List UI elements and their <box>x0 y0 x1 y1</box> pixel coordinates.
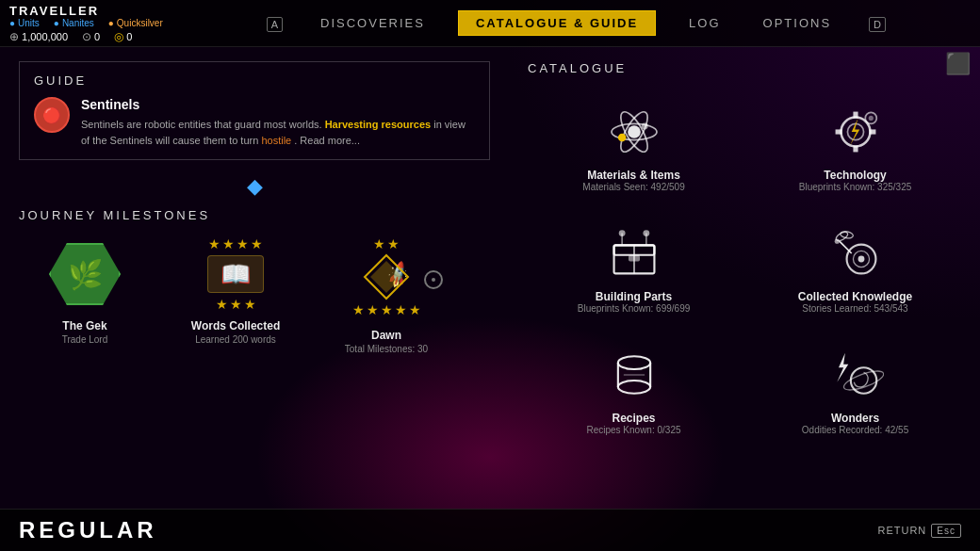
technology-label: Technology <box>824 169 886 182</box>
svg-point-35 <box>617 381 649 394</box>
dawn-icon-wrap: ★ ★ ★ ★ <box>339 236 433 321</box>
tab-options[interactable]: OPTIONS <box>754 11 841 35</box>
star-2: ★ <box>222 236 235 251</box>
sentinel-icon: 🔴 <box>42 106 61 124</box>
book-icon: 📖 <box>220 260 251 289</box>
svg-point-40 <box>841 367 884 394</box>
tab-discoveries[interactable]: DISCOVERIES <box>311 11 434 35</box>
building-parts-label: Building Parts <box>596 290 672 303</box>
svg-point-7 <box>641 123 647 130</box>
dawn-stars-top: ★ ★ <box>373 236 400 251</box>
milestone-item-words[interactable]: ★ ★ ★ ★ 📖 ★ ★ ★ <box>170 236 302 354</box>
header: TRAVELLER ● Units ● Nanites ● Quicksilve… <box>0 0 980 47</box>
svg-rect-10 <box>853 112 858 119</box>
words-sublabel: Learned 200 words <box>195 334 276 345</box>
building-parts-svg <box>606 225 662 282</box>
nav-right-arrow[interactable]: D <box>864 16 890 31</box>
position-marker: ◆ <box>19 174 490 199</box>
wonders-label: Wonders <box>831 412 879 425</box>
materials-svg <box>606 104 662 160</box>
svg-rect-11 <box>853 146 858 153</box>
dawn-icon-bg <box>361 253 413 300</box>
materials-label: Materials & Items <box>587 169 680 182</box>
svg-rect-12 <box>835 129 841 134</box>
tab-log[interactable]: LOG <box>679 11 729 35</box>
cube-icon: ⬛ <box>945 52 971 75</box>
nanites-value: ⊙ 0 <box>82 30 100 43</box>
svg-rect-13 <box>869 129 875 134</box>
gek-hex-icon: 🌿 <box>68 258 103 291</box>
guide-title: GUIDE <box>34 73 475 88</box>
star-1: ★ <box>208 236 220 251</box>
milestone-item-gek[interactable]: 🌿 The Gek Trade Lord <box>19 236 151 354</box>
materials-sublabel: Materials Seen: 492/509 <box>582 182 684 192</box>
svg-point-16 <box>868 116 873 121</box>
dawn-star-6: ★ <box>395 302 407 317</box>
dawn-star-4: ★ <box>367 302 379 317</box>
milestones-title: JOURNEY MILESTONES <box>19 208 490 222</box>
nav-left-arrow[interactable]: A <box>262 16 287 31</box>
svg-marker-14 <box>850 118 859 145</box>
svg-point-6 <box>617 134 626 142</box>
dawn-container: ★ ★ ★ ★ <box>339 236 433 321</box>
traveller-stats: TRAVELLER ● Units ● Nanites ● Quicksilve… <box>0 1 172 46</box>
knowledge-svg <box>827 225 884 282</box>
cat-materials-items[interactable]: Materials & Items Materials Seen: 492/50… <box>528 89 740 202</box>
words-label: Words Collected <box>191 319 280 332</box>
svg-point-2 <box>628 125 641 138</box>
milestones-grid: 🌿 The Gek Trade Lord ★ ★ ★ <box>19 236 490 354</box>
guide-description: Sentinels are robotic entities that guar… <box>81 117 475 148</box>
wonders-icon <box>823 342 889 408</box>
milestone-item-dawn[interactable]: ★ ★ ★ ★ <box>320 236 452 354</box>
technology-icon <box>823 99 889 165</box>
star-7: ★ <box>244 297 256 312</box>
position-icon: ◆ <box>247 174 263 198</box>
svg-line-28 <box>839 241 851 253</box>
main-content: GUIDE 🔴 Sentinels Sentinels are robotic … <box>0 47 980 551</box>
guide-text: Sentinels Sentinels are robotic entities… <box>81 97 475 148</box>
units-value: ⊕ 1,000,000 <box>9 30 68 43</box>
cat-building-parts[interactable]: Building Parts Blueprints Known: 699/699 <box>528 211 740 323</box>
units-dot: ● Units <box>9 18 40 28</box>
guide-icon: 🔴 <box>34 97 70 133</box>
building-parts-icon <box>601 220 667 286</box>
dawn-star-1: ★ <box>373 236 385 251</box>
catalogue-grid: Materials & Items Materials Seen: 492/50… <box>528 89 961 445</box>
technology-sublabel: Blueprints Known: 325/325 <box>799 182 912 192</box>
nav-left-key: A <box>267 17 283 32</box>
recipes-icon <box>601 342 667 408</box>
dawn-star-3: ★ <box>352 302 365 317</box>
wonders-svg <box>827 347 884 403</box>
cat-technology[interactable]: Technology Blueprints Known: 325/325 <box>749 89 961 202</box>
svg-point-32 <box>617 356 649 369</box>
milestones-section: JOURNEY MILESTONES 🌿 The Gek Trade Lord <box>19 208 490 354</box>
knowledge-sublabel: Stories Learned: 543/543 <box>802 303 907 314</box>
svg-point-30 <box>840 231 854 239</box>
svg-rect-20 <box>629 255 640 262</box>
wonders-sublabel: Oddities Recorded: 42/55 <box>802 425 908 435</box>
return-key-badge: Esc <box>931 524 961 538</box>
return-button[interactable]: RETURN Esc <box>877 524 961 538</box>
guide-content: 🔴 Sentinels Sentinels are robotic entiti… <box>34 97 475 148</box>
cat-wonders[interactable]: Wonders Oddities Recorded: 42/55 <box>749 332 961 445</box>
knowledge-label: Collected Knowledge <box>798 290 912 303</box>
words-icon-wrap: ★ ★ ★ ★ 📖 ★ ★ ★ <box>198 236 273 312</box>
star-5: ★ <box>216 297 228 312</box>
recipes-sublabel: Recipes Known: 0/325 <box>586 425 680 435</box>
recipes-label: Recipes <box>612 412 655 425</box>
cat-collected-knowledge[interactable]: Collected Knowledge Stories Learned: 543… <box>749 211 961 323</box>
words-stars-row2: ★ ★ ★ <box>216 297 256 312</box>
right-panel: ⬛ CATALOGUE Mater <box>509 47 980 551</box>
tab-catalogue[interactable]: CATALOGUE & GUIDE <box>458 10 656 36</box>
words-stars-row1: ★ ★ ★ ★ <box>208 236 263 251</box>
svg-point-27 <box>858 256 864 263</box>
nanites-dot: ● Nanites <box>54 18 94 28</box>
collected-knowledge-icon <box>823 220 889 286</box>
guide-entry-name: Sentinels <box>81 97 475 112</box>
gek-hex: 🌿 <box>47 236 122 312</box>
catalogue-title: CATALOGUE <box>528 61 961 75</box>
svg-point-31 <box>834 239 839 244</box>
dawn-sublabel: Total Milestones: 30 <box>345 344 428 354</box>
cat-recipes[interactable]: Recipes Recipes Known: 0/325 <box>528 332 740 445</box>
dawn-stars-bottom: ★ ★ ★ ★ ★ <box>352 302 421 317</box>
